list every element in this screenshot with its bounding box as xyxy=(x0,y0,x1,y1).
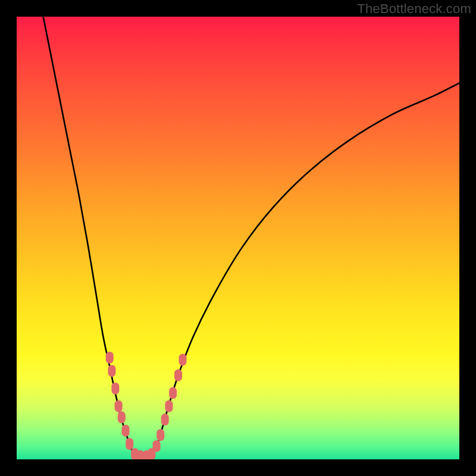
curve-layer xyxy=(17,17,459,459)
watermark-text: TheBottleneck.com xyxy=(357,1,471,17)
data-marker xyxy=(179,354,187,366)
data-marker xyxy=(169,387,177,399)
data-marker xyxy=(122,425,130,437)
chart-frame: TheBottleneck.com xyxy=(0,0,476,476)
data-marker xyxy=(118,411,126,423)
data-marker xyxy=(126,438,133,450)
data-marker xyxy=(156,429,164,441)
plot-area xyxy=(17,17,459,459)
data-marker xyxy=(165,400,173,412)
bottleneck-curve xyxy=(43,17,459,457)
data-marker xyxy=(161,414,169,425)
data-marker xyxy=(174,369,182,381)
data-marker xyxy=(115,400,123,412)
data-marker xyxy=(153,440,161,452)
data-marker xyxy=(111,383,119,394)
data-marker xyxy=(106,352,114,364)
data-marker xyxy=(108,365,115,377)
